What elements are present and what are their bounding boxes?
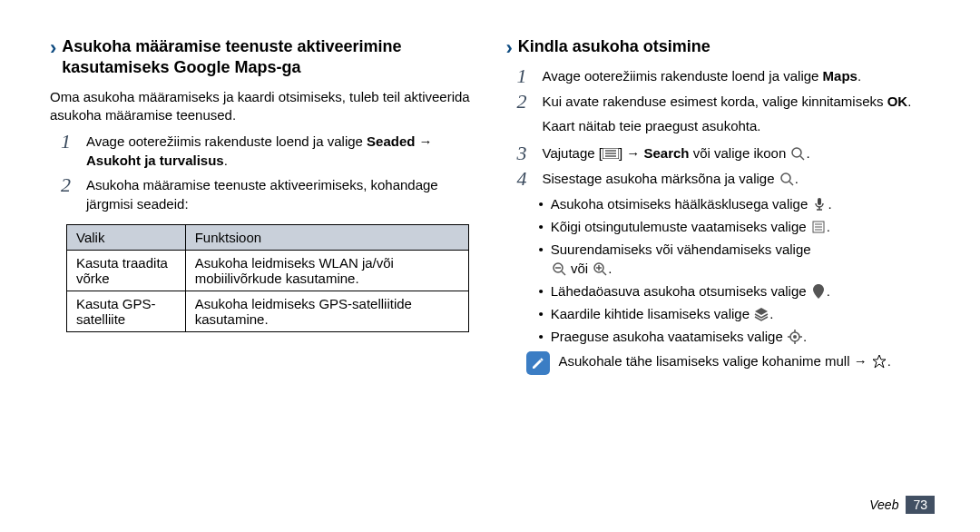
page-footer: Veeb 73	[869, 496, 935, 514]
step-text: Avage ooterežiimis rakenduste loend ja v…	[543, 66, 862, 85]
bullet-3: • Suurendamiseks või vähendamiseks valig…	[506, 240, 936, 278]
svg-point-24	[793, 335, 797, 339]
step-number: 3	[517, 143, 534, 163]
bullet-1: • Asukoha otsimiseks häälkäsklusega vali…	[506, 194, 936, 213]
table-header-col2: Funktsioon	[185, 225, 468, 251]
search-icon	[789, 145, 806, 162]
step-number: 2	[517, 92, 534, 112]
svg-line-5	[800, 156, 804, 160]
bullet-2: • Kõigi otsingutulemuste vaatamiseks val…	[506, 217, 936, 236]
place-marker-icon	[810, 283, 827, 300]
chevron-icon: ›	[50, 38, 56, 58]
list-icon	[810, 219, 827, 235]
page-number: 73	[906, 496, 935, 514]
right-step-4: 4 Sisestage asukoha märksõna ja valige .	[506, 169, 936, 189]
step-text: Avage ooterežiimis rakenduste loend ja v…	[86, 132, 479, 170]
note-text: Asukohale tähe lisamiseks valige kohanim…	[559, 351, 892, 370]
right-heading-text: Kindla asukoha otsimine	[518, 36, 710, 57]
step-number: 1	[61, 132, 77, 152]
zoom-in-icon	[592, 261, 608, 277]
table-row: Kasuta traadita võrke Asukoha leidmiseks…	[67, 251, 469, 291]
left-step-2: 2 Asukoha määramise teenuste aktiveerimi…	[50, 175, 479, 213]
left-heading-text: Asukoha määramise teenuste aktiveerimine…	[62, 36, 478, 79]
left-intro: Oma asukoha määramiseks ja kaardi otsimi…	[50, 88, 479, 125]
layers-icon	[753, 306, 769, 322]
svg-line-21	[603, 271, 606, 275]
bullet-dot: •	[539, 327, 544, 346]
right-step-1: 1 Avage ooterežiimis rakenduste loend ja…	[506, 66, 936, 86]
bullet-dot: •	[539, 217, 544, 236]
svg-line-29	[541, 359, 543, 360]
right-step-3: 3 Vajutage [] → Search või valige ikoon …	[506, 143, 936, 163]
left-step-1: 1 Avage ooterežiimis rakenduste loend ja…	[50, 132, 479, 170]
svg-point-4	[792, 148, 801, 157]
svg-point-6	[781, 173, 790, 182]
step-text: Asukoha määramise teenuste aktiveerimise…	[86, 175, 479, 213]
step-text: Vajutage [] → Search või valige ikoon .	[543, 143, 810, 163]
note-icon	[526, 351, 550, 375]
bullet-5: • Kaardile kihtide lisamiseks valige .	[506, 304, 936, 323]
mic-icon	[811, 196, 828, 212]
bullet-4: • Lähedaöasuva asukoha otsumiseks valige…	[506, 281, 936, 300]
star-icon	[871, 353, 887, 369]
footer-section-label: Veeb	[869, 498, 898, 512]
svg-marker-22	[755, 308, 768, 315]
svg-rect-8	[818, 198, 821, 205]
chevron-icon: ›	[506, 38, 513, 58]
svg-line-17	[562, 271, 565, 275]
left-heading: › Asukoha määramise teenuste aktiveerimi…	[50, 36, 479, 79]
bullet-dot: •	[539, 240, 544, 259]
step-number: 2	[61, 175, 77, 195]
step-number: 1	[517, 66, 534, 86]
zoom-out-icon	[551, 261, 567, 277]
svg-marker-30	[873, 355, 886, 368]
bullet-dot: •	[539, 194, 544, 213]
my-location-icon	[787, 329, 803, 345]
bullet-dot: •	[539, 281, 544, 300]
right-heading: › Kindla asukoha otsimine	[506, 36, 936, 57]
note-block: Asukohale tähe lisamiseks valige kohanim…	[506, 351, 936, 375]
svg-line-7	[789, 182, 793, 185]
left-column: › Asukoha määramise teenuste aktiveerimi…	[50, 36, 479, 459]
options-table: Valik Funktsioon Kasuta traadita võrke A…	[66, 224, 469, 332]
step-text: Sisestage asukoha märksõna ja valige .	[543, 169, 799, 188]
right-column: › Kindla asukoha otsimine 1 Avage ootere…	[506, 36, 936, 459]
menu-key-icon	[603, 145, 619, 162]
step2-after: Kaart näitab teie praegust asukohta.	[506, 117, 936, 135]
bullet-dot: •	[539, 304, 544, 323]
table-row: Kasuta GPS-satelliite Asukoha leidmiseks…	[67, 291, 469, 332]
table-header-col1: Valik	[67, 225, 186, 251]
search-icon	[779, 171, 795, 187]
step-text: Kui avate rakenduse esimest korda, valig…	[543, 92, 912, 111]
step-number: 4	[517, 169, 534, 189]
bullet-6: • Praeguse asukoha vaatamiseks valige .	[506, 327, 936, 346]
right-step-2: 2 Kui avate rakenduse esimest korda, val…	[506, 92, 936, 112]
